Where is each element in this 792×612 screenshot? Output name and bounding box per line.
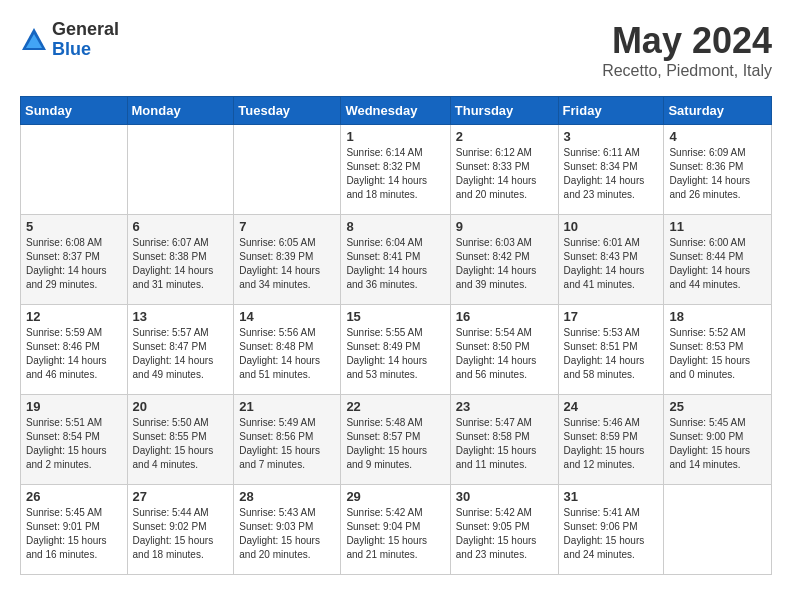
day-info: Sunrise: 5:43 AM Sunset: 9:03 PM Dayligh…: [239, 506, 335, 562]
day-info: Sunrise: 6:11 AM Sunset: 8:34 PM Dayligh…: [564, 146, 659, 202]
day-number: 1: [346, 129, 444, 144]
calendar-week-3: 12Sunrise: 5:59 AM Sunset: 8:46 PM Dayli…: [21, 305, 772, 395]
calendar-cell-w1-d5: 3Sunrise: 6:11 AM Sunset: 8:34 PM Daylig…: [558, 125, 664, 215]
day-info: Sunrise: 6:14 AM Sunset: 8:32 PM Dayligh…: [346, 146, 444, 202]
day-info: Sunrise: 5:41 AM Sunset: 9:06 PM Dayligh…: [564, 506, 659, 562]
day-number: 6: [133, 219, 229, 234]
day-info: Sunrise: 5:53 AM Sunset: 8:51 PM Dayligh…: [564, 326, 659, 382]
page-header: General Blue May 2024 Recetto, Piedmont,…: [20, 20, 772, 80]
day-number: 5: [26, 219, 122, 234]
day-info: Sunrise: 6:04 AM Sunset: 8:41 PM Dayligh…: [346, 236, 444, 292]
day-number: 19: [26, 399, 122, 414]
calendar-cell-w3-d0: 12Sunrise: 5:59 AM Sunset: 8:46 PM Dayli…: [21, 305, 128, 395]
col-friday: Friday: [558, 97, 664, 125]
day-info: Sunrise: 6:09 AM Sunset: 8:36 PM Dayligh…: [669, 146, 766, 202]
day-info: Sunrise: 6:05 AM Sunset: 8:39 PM Dayligh…: [239, 236, 335, 292]
logo-text: General Blue: [52, 20, 119, 60]
day-info: Sunrise: 5:55 AM Sunset: 8:49 PM Dayligh…: [346, 326, 444, 382]
day-info: Sunrise: 5:44 AM Sunset: 9:02 PM Dayligh…: [133, 506, 229, 562]
calendar-cell-w5-d6: [664, 485, 772, 575]
calendar-cell-w1-d4: 2Sunrise: 6:12 AM Sunset: 8:33 PM Daylig…: [450, 125, 558, 215]
day-number: 12: [26, 309, 122, 324]
calendar-cell-w4-d6: 25Sunrise: 5:45 AM Sunset: 9:00 PM Dayli…: [664, 395, 772, 485]
day-number: 16: [456, 309, 553, 324]
day-info: Sunrise: 6:00 AM Sunset: 8:44 PM Dayligh…: [669, 236, 766, 292]
day-number: 2: [456, 129, 553, 144]
calendar-cell-w5-d5: 31Sunrise: 5:41 AM Sunset: 9:06 PM Dayli…: [558, 485, 664, 575]
day-number: 17: [564, 309, 659, 324]
calendar-week-5: 26Sunrise: 5:45 AM Sunset: 9:01 PM Dayli…: [21, 485, 772, 575]
logo-icon: [20, 26, 48, 54]
calendar-cell-w3-d4: 16Sunrise: 5:54 AM Sunset: 8:50 PM Dayli…: [450, 305, 558, 395]
day-info: Sunrise: 5:50 AM Sunset: 8:55 PM Dayligh…: [133, 416, 229, 472]
col-sunday: Sunday: [21, 97, 128, 125]
location-title: Recetto, Piedmont, Italy: [602, 62, 772, 80]
col-monday: Monday: [127, 97, 234, 125]
day-number: 11: [669, 219, 766, 234]
day-info: Sunrise: 5:45 AM Sunset: 9:00 PM Dayligh…: [669, 416, 766, 472]
calendar-cell-w2-d0: 5Sunrise: 6:08 AM Sunset: 8:37 PM Daylig…: [21, 215, 128, 305]
calendar-cell-w4-d3: 22Sunrise: 5:48 AM Sunset: 8:57 PM Dayli…: [341, 395, 450, 485]
calendar-cell-w1-d1: [127, 125, 234, 215]
calendar-week-4: 19Sunrise: 5:51 AM Sunset: 8:54 PM Dayli…: [21, 395, 772, 485]
calendar-cell-w1-d6: 4Sunrise: 6:09 AM Sunset: 8:36 PM Daylig…: [664, 125, 772, 215]
day-number: 27: [133, 489, 229, 504]
day-info: Sunrise: 6:08 AM Sunset: 8:37 PM Dayligh…: [26, 236, 122, 292]
day-info: Sunrise: 5:46 AM Sunset: 8:59 PM Dayligh…: [564, 416, 659, 472]
day-info: Sunrise: 5:56 AM Sunset: 8:48 PM Dayligh…: [239, 326, 335, 382]
day-info: Sunrise: 5:42 AM Sunset: 9:05 PM Dayligh…: [456, 506, 553, 562]
day-number: 8: [346, 219, 444, 234]
day-info: Sunrise: 5:54 AM Sunset: 8:50 PM Dayligh…: [456, 326, 553, 382]
calendar-cell-w5-d2: 28Sunrise: 5:43 AM Sunset: 9:03 PM Dayli…: [234, 485, 341, 575]
calendar-cell-w3-d1: 13Sunrise: 5:57 AM Sunset: 8:47 PM Dayli…: [127, 305, 234, 395]
calendar-cell-w3-d3: 15Sunrise: 5:55 AM Sunset: 8:49 PM Dayli…: [341, 305, 450, 395]
day-info: Sunrise: 5:52 AM Sunset: 8:53 PM Dayligh…: [669, 326, 766, 382]
col-wednesday: Wednesday: [341, 97, 450, 125]
calendar-cell-w2-d4: 9Sunrise: 6:03 AM Sunset: 8:42 PM Daylig…: [450, 215, 558, 305]
logo-general: General: [52, 20, 119, 40]
day-info: Sunrise: 5:49 AM Sunset: 8:56 PM Dayligh…: [239, 416, 335, 472]
calendar-cell-w1-d0: [21, 125, 128, 215]
day-number: 21: [239, 399, 335, 414]
calendar-cell-w2-d5: 10Sunrise: 6:01 AM Sunset: 8:43 PM Dayli…: [558, 215, 664, 305]
calendar-cell-w5-d4: 30Sunrise: 5:42 AM Sunset: 9:05 PM Dayli…: [450, 485, 558, 575]
day-number: 3: [564, 129, 659, 144]
calendar-cell-w2-d3: 8Sunrise: 6:04 AM Sunset: 8:41 PM Daylig…: [341, 215, 450, 305]
day-info: Sunrise: 5:45 AM Sunset: 9:01 PM Dayligh…: [26, 506, 122, 562]
calendar-cell-w5-d1: 27Sunrise: 5:44 AM Sunset: 9:02 PM Dayli…: [127, 485, 234, 575]
calendar-cell-w4-d4: 23Sunrise: 5:47 AM Sunset: 8:58 PM Dayli…: [450, 395, 558, 485]
logo-blue: Blue: [52, 40, 119, 60]
day-number: 13: [133, 309, 229, 324]
day-number: 4: [669, 129, 766, 144]
calendar-cell-w1-d3: 1Sunrise: 6:14 AM Sunset: 8:32 PM Daylig…: [341, 125, 450, 215]
day-info: Sunrise: 6:03 AM Sunset: 8:42 PM Dayligh…: [456, 236, 553, 292]
calendar-cell-w5-d3: 29Sunrise: 5:42 AM Sunset: 9:04 PM Dayli…: [341, 485, 450, 575]
day-info: Sunrise: 5:57 AM Sunset: 8:47 PM Dayligh…: [133, 326, 229, 382]
col-tuesday: Tuesday: [234, 97, 341, 125]
calendar-week-2: 5Sunrise: 6:08 AM Sunset: 8:37 PM Daylig…: [21, 215, 772, 305]
day-info: Sunrise: 5:47 AM Sunset: 8:58 PM Dayligh…: [456, 416, 553, 472]
calendar-cell-w4-d2: 21Sunrise: 5:49 AM Sunset: 8:56 PM Dayli…: [234, 395, 341, 485]
day-number: 10: [564, 219, 659, 234]
day-number: 14: [239, 309, 335, 324]
calendar-table: Sunday Monday Tuesday Wednesday Thursday…: [20, 96, 772, 575]
day-number: 18: [669, 309, 766, 324]
day-number: 26: [26, 489, 122, 504]
day-number: 23: [456, 399, 553, 414]
day-number: 29: [346, 489, 444, 504]
calendar-cell-w3-d6: 18Sunrise: 5:52 AM Sunset: 8:53 PM Dayli…: [664, 305, 772, 395]
title-section: May 2024 Recetto, Piedmont, Italy: [602, 20, 772, 80]
day-number: 7: [239, 219, 335, 234]
calendar-cell-w4-d1: 20Sunrise: 5:50 AM Sunset: 8:55 PM Dayli…: [127, 395, 234, 485]
calendar-cell-w2-d6: 11Sunrise: 6:00 AM Sunset: 8:44 PM Dayli…: [664, 215, 772, 305]
day-number: 15: [346, 309, 444, 324]
day-info: Sunrise: 5:51 AM Sunset: 8:54 PM Dayligh…: [26, 416, 122, 472]
day-info: Sunrise: 6:07 AM Sunset: 8:38 PM Dayligh…: [133, 236, 229, 292]
day-info: Sunrise: 5:48 AM Sunset: 8:57 PM Dayligh…: [346, 416, 444, 472]
day-info: Sunrise: 6:12 AM Sunset: 8:33 PM Dayligh…: [456, 146, 553, 202]
calendar-cell-w3-d5: 17Sunrise: 5:53 AM Sunset: 8:51 PM Dayli…: [558, 305, 664, 395]
day-info: Sunrise: 6:01 AM Sunset: 8:43 PM Dayligh…: [564, 236, 659, 292]
calendar-cell-w1-d2: [234, 125, 341, 215]
day-number: 25: [669, 399, 766, 414]
day-number: 30: [456, 489, 553, 504]
